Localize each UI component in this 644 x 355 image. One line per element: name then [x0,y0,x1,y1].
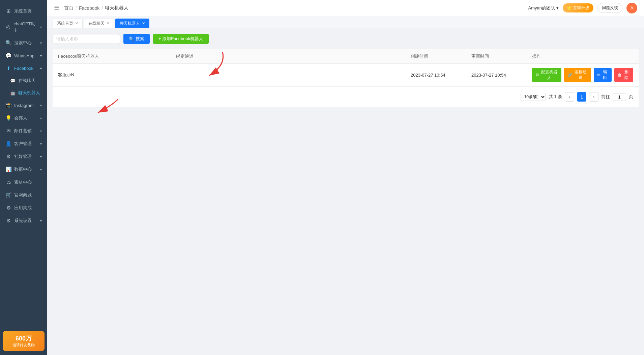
sidebar-item-data[interactable]: 📊 数据中心 ▾ [0,163,47,176]
apps-icon: ⚙ [5,205,11,211]
row-created: 2023-07-27 10:54 [411,73,471,78]
tab-chat-label: 在线聊天 [88,21,105,26]
sidebar-item-social[interactable]: ⚙ 社媒管理 ▾ [0,150,47,163]
tab-online-chat[interactable]: 在线聊天 ✕ [84,19,114,28]
sidebar-sub-label: 聊天机器人 [18,90,40,96]
star-icon: ⭐ [567,6,572,10]
sidebar-item-facebook[interactable]: f Facebook ▾ [0,62,47,75]
add-btn-label: + 添加Facebook机器人 [158,36,203,42]
team-name[interactable]: Amyan的团队 ▾ [528,5,559,11]
goto-label: 前往 [601,94,610,100]
breadcrumb-home[interactable]: 首页 [64,5,74,11]
avatar[interactable]: A [626,3,637,13]
config-robot-button[interactable]: ⚙ 配置机器人 [532,68,561,82]
tab-home[interactable]: 系统首页 ✕ [53,19,83,28]
tab-close-icon[interactable]: ✕ [75,21,78,26]
banner-label: 邀请好友奖励 [6,343,41,348]
chevron-icon: ▾ [40,142,42,146]
prev-page-button[interactable]: ‹ [565,92,574,102]
sidebar-item-settings[interactable]: ⚙ 系统设置 ▾ [0,214,47,227]
sidebar-item-label: 应用集成 [14,205,32,211]
sidebar-item-apps[interactable]: ⚙ 应用集成 [0,201,47,214]
sidebar-item-dashboard[interactable]: ⊞ 系统首页 [0,5,47,18]
tab-close-icon[interactable]: ✕ [107,21,110,26]
table-header: Facebook聊天机器人 绑定通道 创建时间 更新时间 操作 [53,49,639,64]
search-button[interactable]: 🔍 搜索 [123,34,150,44]
next-page-button[interactable]: › [589,92,598,102]
sidebar-item-whatsapp[interactable]: 💬 WhatsApp ▾ [0,49,47,62]
sidebar-item-customer[interactable]: 👤 客户管理 ▾ [0,137,47,150]
facebook-icon: f [5,65,11,71]
customer-icon: 👤 [5,141,11,147]
col-actions: 操作 [532,53,633,59]
search-input[interactable] [53,34,120,44]
feedback-button[interactable]: 问题反馈 [597,3,622,13]
edit-icon: ✏ [597,73,601,77]
sidebar-item-referral[interactable]: 💡 会邦人 ▾ [0,112,47,125]
page-label: 页 [629,94,633,100]
tab-home-label: 系统首页 [57,21,73,26]
edit-label: 编辑 [602,69,609,81]
chevron-icon: ▾ [40,66,42,70]
search-icon: 🔍 [5,40,11,46]
config-icon: ⚙ [535,73,539,77]
row-updated: 2023-07-27 10:54 [471,73,532,78]
sidebar-item-chat-robot[interactable]: 🤖 聊天机器人 [0,87,47,99]
search-btn-label: 搜索 [136,36,144,42]
breadcrumb-facebook[interactable]: Facebook [79,5,99,11]
sidebar-item-shop[interactable]: 🛒 官网商城 [0,189,47,201]
referral-banner[interactable]: 600万 邀请好友奖励 [3,331,45,351]
sidebar-item-online-chat[interactable]: 💬 在线聊天 [0,75,47,87]
search-bar: 🔍 搜索 + 添加Facebook机器人 [53,34,639,44]
chevron-icon: ▾ [40,155,42,159]
data-icon: 📊 [5,166,11,172]
sidebar-item-assets[interactable]: 🗂 素材中心 [0,176,47,189]
team-name-label: Amyan的团队 [528,5,555,11]
sidebar-sub-label: 在线聊天 [18,78,36,84]
edit-button[interactable]: ✏ 编辑 [594,68,612,82]
chevron-icon: ▾ [40,54,42,58]
prev-icon: ‹ [569,94,570,100]
delete-label: 删除 [623,69,630,81]
sidebar-item-search[interactable]: 🔍 搜索中心 ▾ [0,36,47,49]
referral-icon: 💡 [5,115,11,121]
delete-button[interactable]: 🗑 删除 [614,68,633,82]
chevron-icon: ▾ [40,219,42,223]
delete-icon: 🗑 [618,73,622,77]
upgrade-button[interactable]: ⭐ 立即升级 [563,3,593,12]
sidebar-item-label: 数据中心 [14,166,32,172]
current-page: 1 [580,94,583,100]
menu-toggle-icon[interactable]: ☰ [54,4,59,12]
chevron-icon: ▾ [40,41,42,45]
sidebar-item-instagram[interactable]: 📸 Instagram ▾ [0,99,47,112]
main-wrapper: ☰ 首页 / Facebook / 聊天机器人 Amyan的团队 ▾ ⭐ 立即升… [47,0,644,355]
sidebar-item-label: 邮件营销 [14,128,32,134]
chevron-icon: ▾ [40,168,42,171]
tab-close-icon[interactable]: ✕ [142,21,145,26]
content-area: 🔍 搜索 + 添加Facebook机器人 Facebook聊天机器人 绑定通道 … [47,28,644,355]
avatar-text: A [631,6,633,10]
current-page-button[interactable]: 1 [577,92,586,102]
header-left: ☰ 首页 / Facebook / 聊天机器人 [54,4,128,12]
sidebar-item-label: 系统首页 [14,8,32,14]
sidebar-item-chatgpt[interactable]: ◎ chatGPT助手 ▾ [0,18,47,36]
connect-channel-button[interactable]: 🔗 连接通道 [564,68,591,82]
team-chevron-icon: ▾ [556,5,559,10]
page-size-select[interactable]: 10条/页 20条/页 [521,93,546,101]
sidebar-item-label: WhatsApp [14,53,34,58]
assets-icon: 🗂 [5,180,11,185]
goto-input[interactable] [613,93,626,101]
add-robot-button[interactable]: + 添加Facebook机器人 [153,34,209,44]
tab-bar: 系统首页 ✕ 在线聊天 ✕ 聊天机器人 ✕ [47,16,644,28]
col-created: 创建时间 [411,53,471,59]
header-right: Amyan的团队 ▾ ⭐ 立即升级 问题反馈 A [528,3,637,13]
sidebar-item-label: 官网商城 [14,192,32,198]
chevron-icon: ▾ [40,104,42,107]
dashboard-icon: ⊞ [5,8,11,14]
sidebar-item-email[interactable]: ✉ 邮件营销 ▾ [0,125,47,137]
banner-score: 600万 [6,334,41,343]
row-actions: ⚙ 配置机器人 🔗 连接通道 ✏ 编辑 🗑 删除 [532,68,633,82]
tab-robot-label: 聊天机器人 [120,21,140,26]
sidebar-item-label: Instagram [14,103,34,108]
tab-chat-robot[interactable]: 聊天机器人 ✕ [115,19,149,28]
